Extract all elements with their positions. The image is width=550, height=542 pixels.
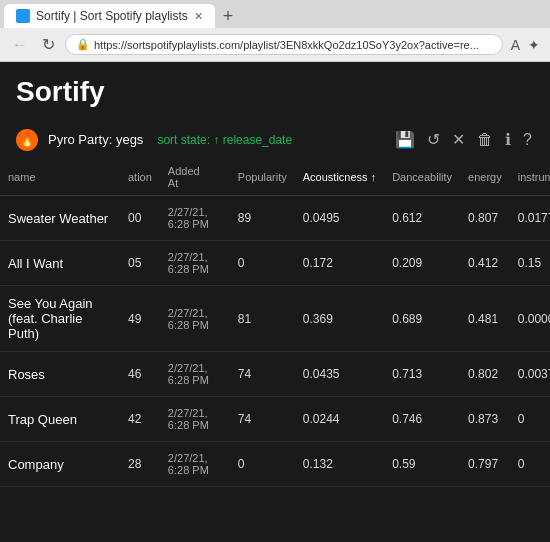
tab-icon-area: Sortify | Sort Spotify playlists ✕ + <box>4 4 237 28</box>
table-cell: 0.369 <box>295 286 384 352</box>
table-cell: 0.0000010 <box>510 286 550 352</box>
delete-button[interactable]: 🗑 <box>475 129 495 151</box>
table-cell: 0.481 <box>460 286 510 352</box>
playlist-name: Pyro Party: yegs <box>48 132 143 147</box>
tab-title: Sortify | Sort Spotify playlists <box>36 9 188 23</box>
undo-button[interactable]: ↺ <box>425 128 442 151</box>
flame-icon: 🔥 <box>19 132 35 147</box>
table-cell: 0.00377 <box>510 352 550 397</box>
table-cell: Trap Queen <box>0 397 120 442</box>
table-row[interactable]: Company282/27/21,6:28 PM00.1320.590.7970 <box>0 442 550 487</box>
tab-favicon <box>16 9 30 23</box>
address-bar[interactable]: 🔒 https://sortspotifyplaylists.com/playl… <box>65 34 503 55</box>
tab-bar: Sortify | Sort Spotify playlists ✕ + <box>0 0 550 28</box>
col-energy[interactable]: energy <box>460 159 510 196</box>
table-cell: 0.0495 <box>295 196 384 241</box>
address-text: https://sortspotifyplaylists.com/playlis… <box>94 39 479 51</box>
table-cell: All I Want <box>0 241 120 286</box>
table-container: name ation AddedAt Popularity Acousticne… <box>0 159 550 487</box>
table-cell: 49 <box>120 286 160 352</box>
table-cell: 0.412 <box>460 241 510 286</box>
toolbar-icons: 💾 ↺ ✕ 🗑 ℹ ? <box>393 128 534 151</box>
back-button[interactable]: ← <box>8 34 32 56</box>
table-row[interactable]: See You Again (feat. Charlie Puth)492/27… <box>0 286 550 352</box>
table-cell: 0 <box>510 442 550 487</box>
table-cell: 0.209 <box>384 241 460 286</box>
col-danceability[interactable]: Danceability <box>384 159 460 196</box>
table-header: name ation AddedAt Popularity Acousticne… <box>0 159 550 196</box>
app-title: Sortify <box>16 76 534 108</box>
table-cell: 2/27/21,6:28 PM <box>160 397 230 442</box>
tracks-table: name ation AddedAt Popularity Acousticne… <box>0 159 550 487</box>
table-cell: 0.15 <box>510 241 550 286</box>
sort-state-label: sort state: ↑ release_date <box>157 133 292 147</box>
table-cell: 0.873 <box>460 397 510 442</box>
table-cell: 2/27/21,6:28 PM <box>160 442 230 487</box>
app-header: Sortify <box>0 62 550 128</box>
table-cell: See You Again (feat. Charlie Puth) <box>0 286 120 352</box>
table-cell: 74 <box>230 352 295 397</box>
table-cell: 0.132 <box>295 442 384 487</box>
table-cell: 0.0435 <box>295 352 384 397</box>
col-duration[interactable]: ation <box>120 159 160 196</box>
table-cell: 46 <box>120 352 160 397</box>
active-tab[interactable]: Sortify | Sort Spotify playlists ✕ <box>4 4 215 28</box>
table-cell: 2/27/21,6:28 PM <box>160 352 230 397</box>
help-button[interactable]: ? <box>521 129 534 151</box>
refresh-button[interactable]: ↻ <box>38 33 59 56</box>
shuffle-button[interactable]: ✕ <box>450 128 467 151</box>
table-cell: 0.59 <box>384 442 460 487</box>
playlist-icon: 🔥 <box>16 129 38 151</box>
extensions-button[interactable]: ✦ <box>526 35 542 55</box>
table-cell: 2/27/21,6:28 PM <box>160 286 230 352</box>
nav-bar: ← ↻ 🔒 https://sortspotifyplaylists.com/p… <box>0 28 550 61</box>
table-cell: 0 <box>230 241 295 286</box>
table-row[interactable]: Trap Queen422/27/21,6:28 PM740.02440.746… <box>0 397 550 442</box>
table-cell: 0.802 <box>460 352 510 397</box>
table-cell: 0.0177 <box>510 196 550 241</box>
col-acousticness[interactable]: Acousticness ↑ <box>295 159 384 196</box>
table-row[interactable]: Sweater Weather002/27/21,6:28 PM890.0495… <box>0 196 550 241</box>
table-row[interactable]: All I Want052/27/21,6:28 PM00.1720.2090.… <box>0 241 550 286</box>
table-cell: 0.807 <box>460 196 510 241</box>
table-cell: 74 <box>230 397 295 442</box>
table-cell: 2/27/21,6:28 PM <box>160 196 230 241</box>
table-cell: 42 <box>120 397 160 442</box>
info-button[interactable]: ℹ <box>503 128 513 151</box>
col-name[interactable]: name <box>0 159 120 196</box>
table-cell: Company <box>0 442 120 487</box>
lock-icon: 🔒 <box>76 38 90 51</box>
table-cell: 05 <box>120 241 160 286</box>
browser-chrome: Sortify | Sort Spotify playlists ✕ + ← ↻… <box>0 0 550 62</box>
table-cell: 0.0244 <box>295 397 384 442</box>
reader-mode-button[interactable]: A <box>509 35 522 55</box>
col-instrumentalness[interactable]: instrumenta... <box>510 159 550 196</box>
new-tab-button[interactable]: + <box>219 6 238 27</box>
table-cell: 28 <box>120 442 160 487</box>
table-cell: 2/27/21,6:28 PM <box>160 241 230 286</box>
table-cell: 0.172 <box>295 241 384 286</box>
save-button[interactable]: 💾 <box>393 128 417 151</box>
app-container: Sortify 🔥 Pyro Party: yegs sort state: ↑… <box>0 62 550 542</box>
table-body: Sweater Weather002/27/21,6:28 PM890.0495… <box>0 196 550 487</box>
table-cell: 0.746 <box>384 397 460 442</box>
nav-right-icons: A ✦ <box>509 35 542 55</box>
table-cell: Roses <box>0 352 120 397</box>
table-cell: 0 <box>230 442 295 487</box>
table-cell: 81 <box>230 286 295 352</box>
table-cell: 0.713 <box>384 352 460 397</box>
col-added-at[interactable]: AddedAt <box>160 159 230 196</box>
table-cell: 0.689 <box>384 286 460 352</box>
table-cell: 0 <box>510 397 550 442</box>
table-cell: 0.612 <box>384 196 460 241</box>
playlist-bar: 🔥 Pyro Party: yegs sort state: ↑ release… <box>0 128 550 159</box>
table-cell: 89 <box>230 196 295 241</box>
table-row[interactable]: Roses462/27/21,6:28 PM740.04350.7130.802… <box>0 352 550 397</box>
col-popularity[interactable]: Popularity <box>230 159 295 196</box>
table-cell: 0.797 <box>460 442 510 487</box>
tab-close-btn[interactable]: ✕ <box>194 10 203 23</box>
table-cell: 00 <box>120 196 160 241</box>
table-cell: Sweater Weather <box>0 196 120 241</box>
